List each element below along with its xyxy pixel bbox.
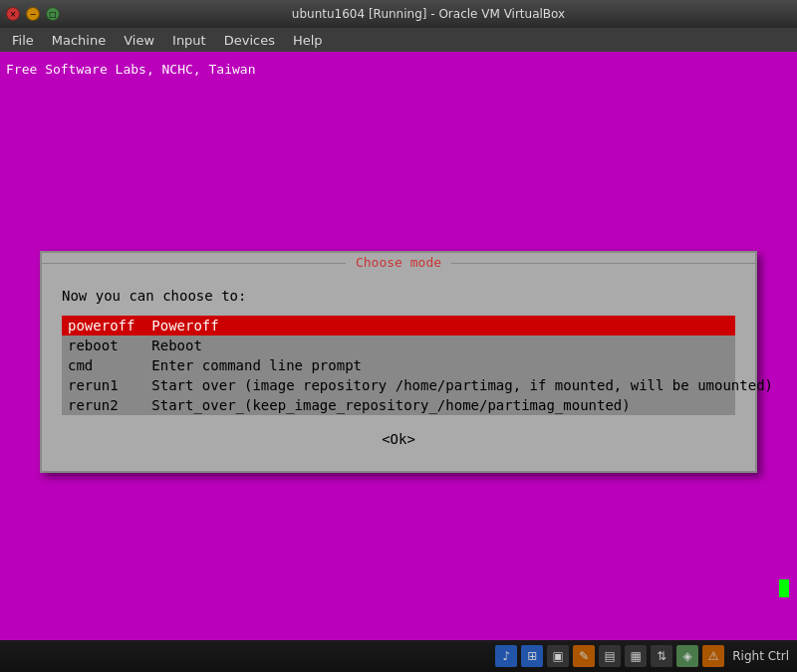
minimize-button[interactable]: −	[26, 7, 40, 21]
ok-button[interactable]: <Ok>	[382, 431, 415, 447]
vm-status-text: Free Software Labs, NCHC, Taiwan	[6, 62, 255, 77]
menu-machine[interactable]: Machine	[44, 31, 114, 50]
close-icon: ×	[10, 10, 17, 19]
maximize-button[interactable]: □	[46, 7, 60, 21]
taskbar-icon-vbox[interactable]: ◈	[676, 645, 698, 667]
taskbar-icon-clipboard[interactable]: ▦	[625, 645, 647, 667]
right-ctrl-label: Right Ctrl	[732, 649, 789, 663]
taskbar-icon-usb[interactable]: ✎	[573, 645, 595, 667]
dialog-titlebar: Choose mode	[42, 253, 755, 272]
network-icon: ⊞	[527, 649, 537, 663]
minimize-icon: −	[30, 10, 37, 19]
dragdrop-icon: ⇅	[657, 649, 666, 663]
usb-icon: ✎	[579, 649, 589, 663]
menu-input[interactable]: Input	[164, 31, 214, 50]
menu-file[interactable]: File	[4, 31, 42, 50]
warn-icon: ⚠	[708, 649, 719, 663]
titlebar: × − □ ubuntu1604 [Running] - Oracle VM V…	[0, 0, 797, 28]
dialog-title: Choose mode	[346, 255, 451, 270]
menu-list[interactable]: poweroff Poweroff reboot Reboot cmd Ente…	[62, 316, 735, 415]
clipboard-icon: ▦	[631, 649, 642, 663]
terminal-cursor	[779, 579, 789, 597]
taskbar-icon-display[interactable]: ▣	[547, 645, 569, 667]
taskbar: ♪ ⊞ ▣ ✎ ▤ ▦ ⇅ ◈ ⚠ Right Ctrl	[0, 640, 797, 672]
vm-screen[interactable]: Free Software Labs, NCHC, Taiwan Choose …	[0, 52, 797, 649]
dialog-box: Choose mode Now you can choose to: power…	[40, 251, 757, 473]
display-icon: ▣	[553, 649, 564, 663]
close-button[interactable]: ×	[6, 7, 20, 21]
menu-item-rerun2[interactable]: rerun2 Start_over_(keep_image_repository…	[62, 395, 735, 415]
folders-icon: ▤	[605, 649, 616, 663]
dialog-prompt: Now you can choose to:	[62, 288, 735, 304]
menu-devices[interactable]: Devices	[216, 31, 283, 50]
menu-help[interactable]: Help	[285, 31, 331, 50]
dialog-content: Now you can choose to: poweroff Poweroff…	[42, 272, 755, 471]
menu-item-cmd[interactable]: cmd Enter command line prompt	[62, 355, 735, 375]
window-title: ubuntu1604 [Running] - Oracle VM Virtual…	[66, 7, 791, 21]
vbox-icon: ◈	[683, 649, 692, 663]
audio-icon: ♪	[502, 649, 510, 663]
maximize-icon: □	[49, 10, 57, 19]
menu-view[interactable]: View	[116, 31, 162, 50]
menu-item-poweroff[interactable]: poweroff Poweroff	[62, 316, 735, 336]
menu-item-reboot[interactable]: reboot Reboot	[62, 336, 735, 355]
taskbar-icon-audio[interactable]: ♪	[495, 645, 517, 667]
taskbar-icon-warn[interactable]: ⚠	[702, 645, 724, 667]
taskbar-icon-dragdrop[interactable]: ⇅	[651, 645, 672, 667]
taskbar-icon-folders[interactable]: ▤	[599, 645, 621, 667]
menu-item-rerun1[interactable]: rerun1 Start over (image repository /hom…	[62, 375, 735, 395]
taskbar-icon-network[interactable]: ⊞	[521, 645, 543, 667]
menubar: File Machine View Input Devices Help	[0, 28, 797, 52]
